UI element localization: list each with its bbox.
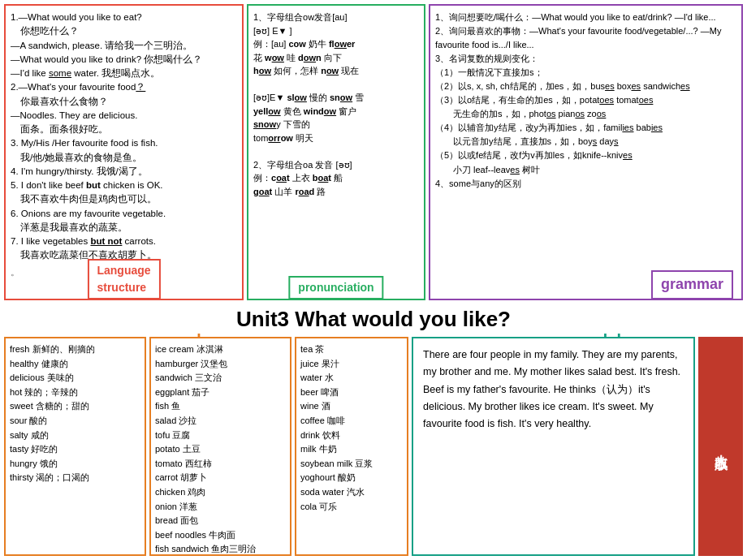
w3-9: soybean milk 豆浆	[300, 457, 403, 472]
lang-line16: 洋葱是我最喜欢的蔬菜。	[11, 221, 237, 235]
pronunciation-panel: 1、字母组合ow发音[au] [əʊ] E▼ ] 例：[au] cow 奶牛 f…	[247, 4, 425, 300]
w3-7: drink 饮料	[300, 429, 403, 443]
w3-3: water 水	[300, 371, 403, 386]
lang-line4: —What would you like to drink? 你想喝什么？	[11, 53, 237, 67]
w1-9: hungry 饿的	[10, 457, 140, 472]
w2-1: ice cream 冰淇淋	[155, 342, 286, 357]
w3-1: tea 茶	[300, 342, 403, 357]
pron-line6: [əʊ]E▼ slow 慢的 snow 雪	[253, 91, 419, 105]
w1-6: sour 酸的	[10, 414, 140, 429]
pron-line2: [əʊ] E▼ ]	[253, 24, 419, 38]
pron-line4: 花 wow 哇 down 向下	[253, 51, 419, 65]
pronunciation-badge: pronunciation	[288, 276, 383, 299]
lang-line9: 面条。面条很好吃。	[11, 123, 237, 136]
w3-5: wine 酒	[300, 399, 403, 414]
language-panel: 1.—What would you like to eat? 你想吃什么？ —A…	[4, 4, 244, 300]
lang-line2: 你想吃什么？	[11, 24, 237, 38]
w1-10: thirsty 渴的；口渴的	[10, 471, 140, 485]
lang-line6: 2.—What's your favourite food？	[11, 80, 237, 94]
gram-line11: 小刀 leaf--leaves 树叶	[435, 163, 736, 177]
w1-4: hot 辣的；辛辣的	[10, 386, 140, 400]
gram-line10: （5）以或fe结尾，改f为v再加les，如knife--knives	[435, 149, 736, 162]
pron-line5: how 如何，怎样 now 现在	[253, 64, 419, 78]
gram-line1: 1、询问想要吃/喝什么：—What would you like to eat/…	[435, 11, 736, 24]
stamp-text: 人教版	[712, 444, 729, 449]
w3-11: soda water 汽水	[300, 485, 403, 500]
w2-3: sandwich 三文治	[155, 371, 286, 386]
w3-4: beer 啤酒	[300, 386, 403, 400]
w1-1: fresh 新鲜的、刚摘的	[10, 342, 140, 357]
w1-3: delicious 美味的	[10, 371, 140, 386]
lang-line1: 1.—What would you like to eat?	[11, 11, 237, 24]
w2-6: salad 沙拉	[155, 414, 286, 429]
w2-9: tomato 西红柿	[155, 457, 286, 472]
pron-line7: yellow 黄色 window 窗户	[253, 105, 419, 118]
words-panel-3: tea 茶 juice 果汁 water 水 beer 啤酒 wine 酒 co…	[295, 337, 408, 556]
w2-11: chicken 鸡肉	[155, 485, 286, 500]
grammar-panel: 1、询问想要吃/喝什么：—What would you like to eat/…	[429, 4, 743, 300]
gram-line8: （4）以辅音加y结尾，改y为再加ies，如，families babies	[435, 121, 736, 135]
w2-13: bread 面包	[155, 514, 286, 528]
w3-2: juice 果汁	[300, 357, 403, 372]
gram-line6: （3）以o结尾，有生命的加es，如，potatoes tomatoes	[435, 93, 736, 107]
gram-line5: （2）以s, x, sh, ch结尾的，加es，如，buses boxes sa…	[435, 80, 736, 93]
w2-7: tofu 豆腐	[155, 429, 286, 443]
gram-line3: 3、名词复数的规则变化：	[435, 52, 736, 66]
w1-5: sweet 含糖的；甜的	[10, 399, 140, 414]
lang-line15: 6. Onions are my favourite vegetable.	[11, 207, 237, 221]
lang-line7: 你最喜欢什么食物？	[11, 95, 237, 109]
gram-line4: （1）一般情况下直接加s；	[435, 66, 736, 80]
w2-12: onion 洋葱	[155, 500, 286, 515]
stamp-panel: 人教版	[698, 337, 743, 556]
w1-8: tasty 好吃的	[10, 442, 140, 457]
pron-line8: snowy 下雪的	[253, 118, 419, 131]
lang-line12: 4. I'm hungry/thirsty. 我饿/渴了。	[11, 165, 237, 179]
pron-line10: 例：coat 上衣 boat 船	[253, 171, 419, 185]
pron-line11: goat 山羊 road 路	[253, 185, 419, 199]
w2-4: eggplant 茄子	[155, 386, 286, 400]
w2-10: carrot 胡萝卜	[155, 471, 286, 485]
lang-line3: —A sandwich, please. 请给我一个三明治。	[11, 39, 237, 53]
lang-line8: —Noodles. They are delicious.	[11, 109, 237, 123]
bottom-row: fresh 新鲜的、刚摘的 healthy 健康的 delicious 美味的 …	[4, 337, 743, 556]
w3-12: cola 可乐	[300, 500, 403, 515]
lang-line14: 我不喜欢牛肉但是鸡肉也可以。	[11, 192, 237, 206]
pron-line9: tomorrow 明天	[253, 131, 419, 145]
model-panel: There are four people in my family. They…	[412, 337, 695, 556]
gram-line12: 4、some与any的区别	[435, 177, 736, 191]
gram-line9: 以元音加y结尾，直接加s，如，boys days	[435, 135, 736, 149]
w1-2: healthy 健康的	[10, 357, 140, 372]
main-title: Unit3 What would you like?	[0, 307, 747, 332]
lang-line10: 3. My/His /Her favourite food is fish.	[11, 136, 237, 150]
w3-10: yoghourt 酸奶	[300, 471, 403, 485]
gram-line7: 无生命的加s，如，photos pianos zoos	[435, 107, 736, 121]
w2-2: hamburger 汉堡包	[155, 357, 286, 372]
gram-line2: 2、询问最喜欢的事物：—What's your favourite food/v…	[435, 24, 736, 52]
w3-8: milk 牛奶	[300, 442, 403, 457]
w2-14: beef noodles 牛肉面	[155, 528, 286, 543]
language-badge: Languagestructure	[87, 259, 160, 299]
w2-15: fish sandwich 鱼肉三明治	[155, 542, 286, 556]
top-row: 1.—What would you like to eat? 你想吃什么？ —A…	[4, 4, 743, 300]
grammar-badge: grammar	[651, 270, 733, 299]
words-panel-2: ice cream 冰淇淋 hamburger 汉堡包 sandwich 三文治…	[149, 337, 291, 556]
pron-line3: 例：[au] cow 奶牛 flower	[253, 37, 419, 51]
w1-7: salty 咸的	[10, 429, 140, 443]
pron-title2: 2、字母组合oa 发音 [əʊ]	[253, 158, 419, 172]
words-panel-1: fresh 新鲜的、刚摘的 healthy 健康的 delicious 美味的 …	[4, 337, 146, 556]
w2-8: potato 土豆	[155, 442, 286, 457]
lang-line11: 我/他/她最喜欢的食物是鱼。	[11, 151, 237, 165]
pron-title1: 1、字母组合ow发音[au]	[253, 11, 419, 24]
model-text: There are four people in my family. They…	[423, 347, 684, 433]
lang-line13: 5. I don't like beef but chicken is OK.	[11, 179, 237, 192]
w3-6: coffee 咖啡	[300, 414, 403, 429]
w2-5: fish 鱼	[155, 399, 286, 414]
lang-line17: 7. I like vegetables but not carrots.	[11, 235, 237, 248]
lang-line5: —I'd like some water. 我想喝点水。	[11, 67, 237, 80]
